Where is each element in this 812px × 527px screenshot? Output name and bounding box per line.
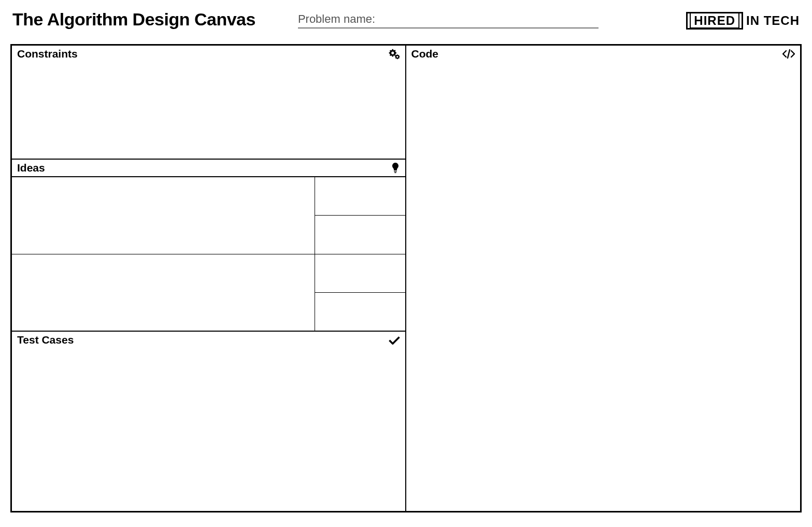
brand-text: IN TECH: [746, 13, 800, 28]
check-icon: [389, 335, 400, 345]
test-cases-area[interactable]: [12, 348, 405, 511]
problem-name-label: Problem name:: [298, 12, 378, 26]
ideas-side-bottom-cell[interactable]: [315, 293, 405, 331]
section-test-cases: Test Cases: [12, 332, 405, 511]
constraints-title: Constraints: [17, 48, 78, 60]
lightbulb-icon: [391, 163, 400, 173]
constraints-header: Constraints: [12, 46, 405, 62]
section-constraints: Constraints: [12, 46, 405, 160]
canvas-right-column: Code: [406, 46, 801, 511]
ideas-header: Ideas: [12, 160, 405, 177]
section-ideas: Ideas: [12, 160, 405, 332]
ideas-main-cell[interactable]: [12, 177, 315, 254]
constraints-area[interactable]: [12, 62, 405, 159]
canvas-grid: Constraints Ideas: [10, 44, 802, 512]
brand-box-text: HIRED: [690, 12, 739, 29]
problem-name-input[interactable]: [378, 12, 599, 26]
gears-icon: [389, 48, 400, 60]
code-header: Code: [406, 46, 801, 62]
brand-box: HIRED: [686, 12, 743, 30]
ideas-side-top-cell[interactable]: [315, 177, 405, 216]
ideas-row: [12, 254, 405, 331]
svg-line-0: [788, 50, 790, 58]
test-cases-header: Test Cases: [12, 332, 405, 348]
code-area[interactable]: [406, 62, 801, 511]
canvas-left-column: Constraints Ideas: [12, 46, 406, 511]
section-code: Code: [406, 46, 801, 511]
page-title: The Algorithm Design Canvas: [12, 9, 292, 31]
test-cases-title: Test Cases: [17, 334, 74, 346]
ideas-side-cells: [315, 254, 405, 331]
problem-name-field-wrap: Problem name:: [298, 12, 599, 29]
code-title: Code: [411, 48, 439, 60]
ideas-side-cells: [315, 177, 405, 254]
page-header: The Algorithm Design Canvas Problem name…: [10, 9, 802, 31]
ideas-side-top-cell[interactable]: [315, 254, 405, 293]
ideas-title: Ideas: [17, 162, 45, 174]
brand-logo: HIRED IN TECH: [686, 12, 800, 31]
ideas-side-bottom-cell[interactable]: [315, 216, 405, 254]
ideas-row: [12, 177, 405, 254]
code-icon: [782, 49, 795, 59]
canvas-page: The Algorithm Design Canvas Problem name…: [0, 0, 812, 527]
ideas-main-cell[interactable]: [12, 254, 315, 331]
